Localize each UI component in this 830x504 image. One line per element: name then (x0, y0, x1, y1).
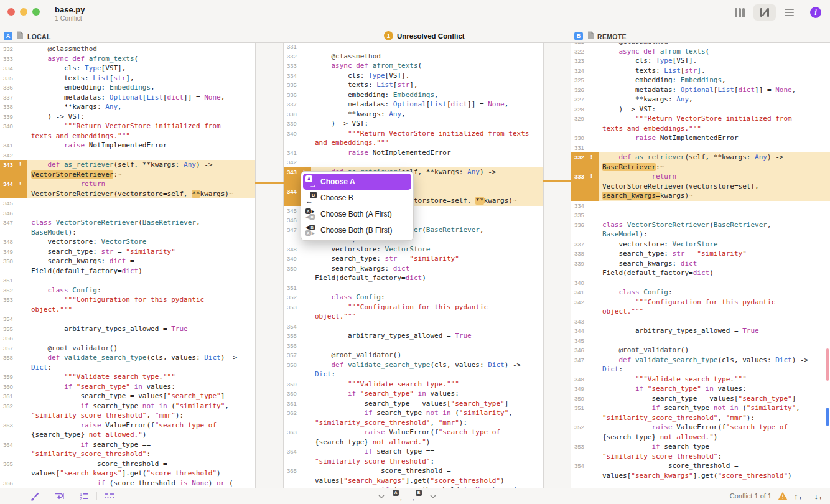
code-line-350[interactable]: 350 search_kwargs: dict = Field(default_… (284, 264, 543, 283)
line-code[interactable]: score_threshold = values["search_kwargs"… (599, 461, 813, 480)
line-code[interactable]: if (score_threshold is None) or ( (27, 478, 241, 488)
line-code[interactable]: raise NotImplementedError (27, 141, 241, 151)
code-line-360[interactable]: 360 if "search_type" in values: (0, 382, 255, 392)
line-code[interactable]: if search_type == "similarity_score_thre… (599, 442, 813, 461)
line-code[interactable]: metadatas: Optional[List[dict]] = None, (27, 93, 241, 103)
merge-view-icon[interactable] (753, 4, 776, 21)
code-line-327[interactable]: 327 **kwargs: Any, (571, 95, 830, 105)
chevron-down-icon[interactable] (378, 493, 385, 500)
line-code[interactable]: **kwargs: Any, (599, 95, 813, 105)
code-line-365[interactable]: 365 score_threshold = values["search_kwa… (284, 466, 543, 485)
line-code[interactable]: """Return VectorStore initialized from t… (599, 114, 813, 133)
code-line-349[interactable]: 349 if "search_type" in values: (571, 384, 830, 394)
line-code[interactable]: search_type = values["search_type"] (27, 391, 241, 401)
line-code[interactable]: async def afrom_texts( (311, 61, 531, 71)
columns-view-icon[interactable] (735, 8, 745, 17)
code-line-338[interactable]: 338 **kwargs: Any, (0, 102, 255, 112)
code-line-337[interactable]: 337 metadatas: Optional[List[dict]] = No… (284, 100, 543, 110)
info-button[interactable]: i (810, 7, 821, 18)
code-line-333[interactable]: 333! return VectorStoreRetriever(vectors… (571, 172, 830, 201)
code-line-352[interactable]: 352 raise ValueError(f"search_type of {s… (571, 422, 830, 442)
line-code[interactable] (27, 151, 241, 161)
line-code[interactable] (27, 276, 241, 286)
line-code[interactable]: vectorstore: VectorStore (599, 240, 813, 250)
code-line-341[interactable]: 341 raise NotImplementedError (284, 148, 543, 158)
whitespace-icon[interactable] (104, 491, 115, 501)
format-brush-icon[interactable] (30, 491, 40, 501)
line-code[interactable] (599, 143, 813, 153)
code-line-351[interactable]: 351 if search_type not in ("similarity",… (571, 403, 830, 422)
line-code[interactable]: """Configuration for this pydantic objec… (27, 295, 241, 314)
line-code[interactable]: search_kwargs: dict = Field(default_fact… (599, 259, 813, 278)
line-code[interactable]: if search_type == "similarity_score_thre… (27, 440, 241, 459)
code-line-341[interactable]: 341 class Config: (571, 287, 830, 297)
line-code[interactable]: vectorstore: VectorStore (311, 245, 531, 254)
code-line-348[interactable]: 348 vectorstore: VectorStore (284, 245, 543, 254)
line-code[interactable]: search_type: str = "similarity" (27, 247, 241, 257)
local-pane[interactable]: 332 @classmethod333 async def afrom_text… (0, 43, 255, 488)
code-line-336[interactable]: 336 embedding: Embeddings, (284, 90, 543, 100)
code-line-346[interactable]: 346 @root_validator() (571, 345, 830, 355)
menu-item-both-a[interactable]: A▶◀BChoose Both (A First) (303, 206, 411, 222)
code-line-336[interactable]: 336class VectorStoreRetriever(BaseRetrie… (571, 220, 830, 240)
code-line-353[interactable]: 353 """Configuration for this pydantic o… (0, 295, 255, 314)
line-code[interactable]: return VectorStoreRetriever(vectorstore=… (27, 179, 241, 198)
line-code[interactable]: """Validate search type.""" (311, 380, 531, 390)
code-line-324[interactable]: 324 texts: List[str], (571, 66, 830, 76)
code-line-343[interactable]: 343 (571, 317, 830, 327)
line-code[interactable]: class Config: (311, 292, 531, 302)
code-line-358[interactable]: 358 def validate_search_type(cls, values… (0, 353, 255, 372)
line-code[interactable]: texts: List[str], (27, 73, 241, 83)
line-code[interactable]: @classmethod (27, 44, 241, 54)
line-code[interactable]: arbitrary_types_allowed = True (599, 326, 813, 336)
line-code[interactable] (599, 210, 813, 220)
line-code[interactable]: **kwargs: Any, (27, 102, 241, 112)
code-line-359[interactable]: 359 """Validate search type.""" (284, 380, 543, 390)
zoom-button[interactable] (32, 8, 40, 16)
code-line-363[interactable]: 363 raise ValueError(f"search_type of {s… (284, 427, 543, 447)
code-line-361[interactable]: 361 search_type = values["search_type"] (284, 399, 543, 409)
code-line-348[interactable]: 348 vectorstore: VectorStore (0, 237, 255, 247)
line-code[interactable]: if search_type not in ("similarity", "si… (311, 408, 531, 427)
line-code[interactable]: metadatas: Optional[List[dict]] = None, (311, 100, 531, 110)
line-code[interactable] (311, 322, 531, 332)
line-code[interactable]: embedding: Embeddings, (311, 90, 531, 100)
line-code[interactable]: if "search_type" in values: (599, 384, 813, 394)
code-line-334[interactable]: 334 cls: Type[VST], (284, 71, 543, 81)
code-line-332[interactable]: 332 @classmethod (0, 44, 255, 54)
code-line-350[interactable]: 350 search_type = values["search_type"] (571, 394, 830, 404)
line-code[interactable]: **kwargs: Any, (311, 110, 531, 119)
code-line-342[interactable]: 342 (0, 151, 255, 161)
code-line-342[interactable]: 342 """Configuration for this pydantic o… (571, 297, 830, 317)
code-line-334[interactable]: 334 cls: Type[VST], (0, 63, 255, 73)
code-line-332[interactable]: 332! def as_retriever(self, **kwargs: An… (571, 152, 830, 172)
code-line-357[interactable]: 357 @root_validator() (0, 343, 255, 353)
code-line-335[interactable]: 335 (571, 210, 830, 220)
line-code[interactable]: class Config: (27, 286, 241, 296)
line-code[interactable]: cls: Type[VST], (311, 71, 531, 81)
code-line-348[interactable]: 348 """Validate search type.""" (571, 375, 830, 385)
line-code[interactable]: search_kwargs: dict = Field(default_fact… (27, 256, 241, 276)
choose-a-button[interactable]: A → (393, 490, 403, 502)
line-code[interactable]: class Config: (599, 287, 813, 297)
line-code[interactable]: embedding: Embeddings, (27, 83, 241, 93)
code-line-345[interactable]: 345 (0, 198, 255, 208)
code-line-349[interactable]: 349 search_type: str = "similarity" (0, 247, 255, 257)
line-code[interactable]: @root_validator() (27, 343, 241, 353)
choose-b-button[interactable]: B ← (411, 490, 422, 502)
code-line-358[interactable]: 358 def validate_search_type(cls, values… (284, 360, 543, 380)
line-code[interactable]: def as_retriever(self, **kwargs: Any) ->… (27, 160, 241, 179)
line-code[interactable] (27, 208, 241, 218)
line-code[interactable]: score_threshold = values["search_kwargs"… (27, 459, 241, 478)
line-code[interactable]: async def afrom_texts( (599, 47, 813, 57)
line-code[interactable]: search_type = values["search_type"] (311, 399, 531, 409)
code-line-347[interactable]: 347 def validate_search_type(cls, values… (571, 355, 830, 375)
code-line-356[interactable]: 356 (284, 341, 543, 351)
code-line-351[interactable]: 351 (284, 283, 543, 293)
code-line-343[interactable]: 343! def as_retriever(self, **kwargs: An… (0, 160, 255, 179)
line-code[interactable] (311, 341, 531, 351)
code-line-340[interactable]: 340 """Return VectorStore initialized fr… (0, 121, 255, 141)
code-line-335[interactable]: 335 texts: List[str], (0, 73, 255, 83)
line-code[interactable]: arbitrary_types_allowed = True (27, 324, 241, 334)
code-line-363[interactable]: 363 raise ValueError(f"search_type of {s… (0, 421, 255, 440)
